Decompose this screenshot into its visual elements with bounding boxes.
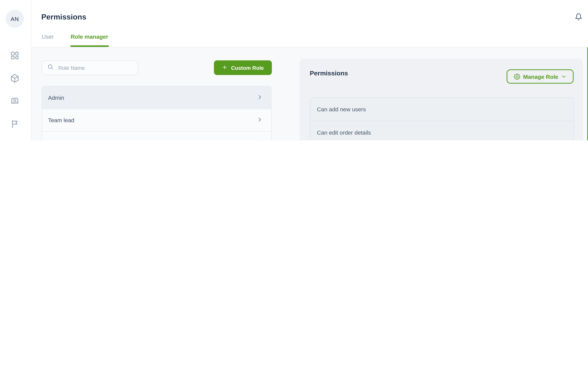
permission-list: Can add new users Can edit order details… — [310, 98, 574, 141]
role-row-admin[interactable]: Admin — [42, 86, 271, 109]
permission-row: Can add new users — [310, 98, 574, 121]
main-content: Custom Role Admin Team lead User — [31, 47, 588, 141]
permissions-card-title: Permissions — [310, 70, 348, 77]
role-row-user[interactable]: User — [42, 131, 271, 141]
sidebar-item-products[interactable] — [10, 74, 19, 83]
dashboard-icon — [10, 51, 19, 60]
tab-user[interactable]: User — [41, 33, 54, 47]
manage-role-button[interactable]: Manage Role — [507, 69, 574, 84]
plus-icon — [222, 64, 228, 71]
permission-row: Can edit order details — [310, 121, 574, 141]
package-icon — [10, 74, 19, 83]
role-search-input[interactable] — [58, 64, 126, 71]
page-title: Permissions — [41, 13, 86, 21]
app-window: AN — [0, 0, 588, 141]
chevron-right-icon — [257, 94, 263, 101]
header: Permissions User Role manager — [31, 0, 588, 47]
discount-icon — [10, 96, 19, 105]
role-search — [42, 61, 138, 75]
role-row-team-lead[interactable]: Team lead — [42, 109, 271, 131]
tab-bar: User Role manager — [41, 33, 109, 47]
sidebar-item-dashboard[interactable] — [10, 51, 19, 60]
right-accent-strip — [587, 47, 588, 141]
chevron-right-icon — [257, 139, 263, 141]
permissions-card: Permissions Manage Role Can add new user… — [299, 59, 583, 141]
search-icon — [47, 64, 54, 72]
tab-role-manager[interactable]: Role manager — [70, 33, 109, 47]
sidebar-item-discounts[interactable] — [10, 96, 19, 105]
flag-icon — [10, 120, 19, 129]
sidebar-item-flags[interactable] — [10, 120, 19, 129]
role-name: Team lead — [48, 117, 74, 123]
manage-role-button-label: Manage Role — [523, 73, 558, 80]
custom-role-button[interactable]: Custom Role — [214, 61, 272, 75]
custom-role-button-label: Custom Role — [231, 65, 264, 71]
notifications-bell-icon[interactable] — [575, 13, 582, 20]
role-name: Admin — [48, 94, 64, 101]
role-list: Admin Team lead User — [42, 86, 272, 141]
role-name: User — [48, 140, 60, 141]
chevron-down-icon — [561, 74, 567, 79]
chevron-right-icon — [257, 117, 263, 124]
gear-icon — [514, 73, 520, 80]
sidebar: AN — [0, 0, 31, 141]
avatar[interactable]: AN — [6, 10, 24, 28]
